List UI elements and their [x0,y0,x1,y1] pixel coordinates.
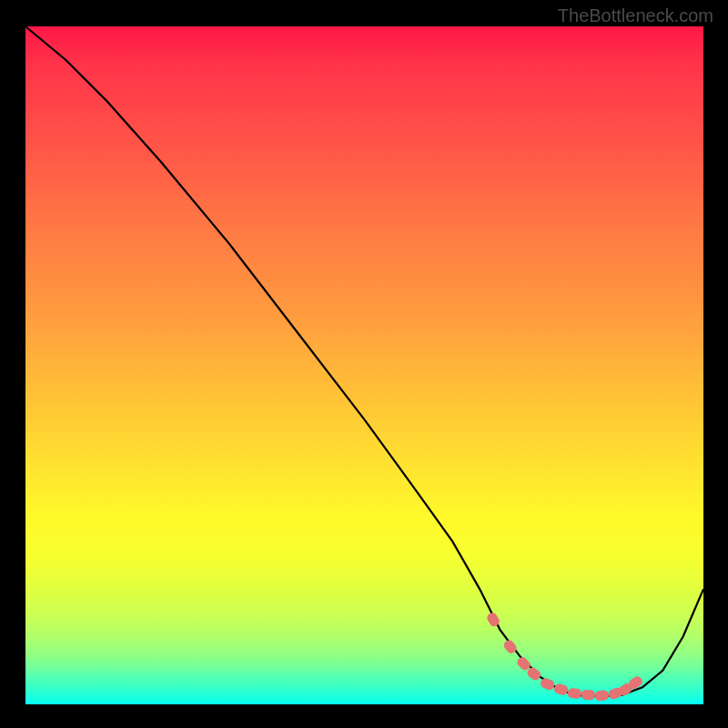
marker-dot [594,690,609,702]
optimal-zone-markers [485,612,643,702]
watermark-text: TheBottleneck.com [558,5,713,26]
marker-dot [502,638,519,655]
bottleneck-curve [25,26,703,696]
marker-dot [553,682,570,696]
marker-dot [581,690,596,701]
marker-dot [567,688,581,699]
chart-overlay [25,26,703,704]
